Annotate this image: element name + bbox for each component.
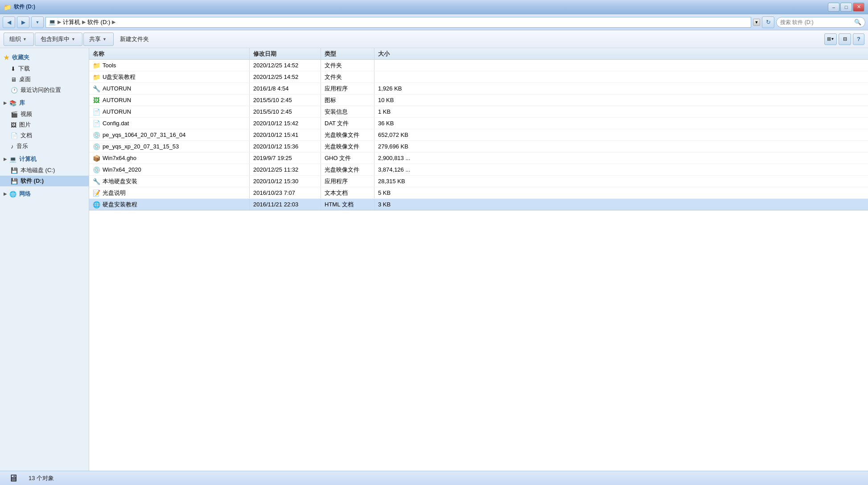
- file-name-text: 硬盘安装教程: [103, 201, 137, 209]
- sidebar-item-desktop[interactable]: 🖥 桌面: [0, 74, 89, 85]
- table-row[interactable]: 📄 Config.dat 2020/10/12 15:42 DAT 文件 36 …: [89, 118, 868, 129]
- table-row[interactable]: 🔧 本地硬盘安装 2020/10/12 15:30 应用程序 28,315 KB: [89, 176, 868, 187]
- sidebar-item-music[interactable]: ♪ 音乐: [0, 141, 89, 152]
- sidebar-item-picture[interactable]: 🖼 图片: [0, 119, 89, 130]
- file-size-cell: 28,315 KB: [374, 176, 428, 187]
- file-type-cell: DAT 文件: [321, 118, 374, 129]
- address-dropdown-button[interactable]: ▼: [753, 19, 760, 26]
- sidebar-item-drive-d[interactable]: 💾 软件 (D:): [0, 176, 89, 186]
- sidebar-document-label: 文档: [21, 132, 32, 140]
- share-button[interactable]: 共享 ▼: [83, 33, 114, 46]
- close-button[interactable]: ✕: [853, 3, 864, 12]
- table-row[interactable]: 📁 U盘安装教程 2020/12/25 14:52 文件夹: [89, 71, 868, 83]
- file-name-cell: 📄 Config.dat: [89, 118, 250, 129]
- table-row[interactable]: 💿 Win7x64_2020 2020/12/25 11:32 光盘映像文件 3…: [89, 164, 868, 176]
- back-button[interactable]: ◀: [3, 16, 15, 28]
- status-bar: 🖥 13 个对象: [0, 471, 868, 485]
- sidebar-video-label: 视频: [21, 110, 32, 118]
- file-name-cell: 🔧 本地硬盘安装: [89, 176, 250, 187]
- include-button[interactable]: 包含到库中 ▼: [35, 33, 82, 46]
- search-box[interactable]: 🔍: [776, 17, 865, 28]
- video-icon: 🎬: [11, 111, 18, 118]
- file-size-cell: [374, 60, 428, 71]
- help-button[interactable]: ?: [853, 33, 864, 45]
- organize-dropdown-icon: ▼: [23, 37, 28, 41]
- table-row[interactable]: 📁 Tools 2020/12/25 14:52 文件夹: [89, 60, 868, 71]
- sidebar-item-document[interactable]: 📄 文档: [0, 130, 89, 141]
- preview-button[interactable]: ⊟: [839, 33, 851, 45]
- file-type-cell: 应用程序: [321, 176, 374, 187]
- sidebar-favorites-label: 收藏夹: [12, 53, 29, 62]
- file-name-text: pe_yqs_1064_20_07_31_16_04: [103, 132, 186, 138]
- maximize-button[interactable]: □: [840, 3, 852, 12]
- sidebar-section-network-header[interactable]: ▶ 🌐 网络: [0, 188, 89, 200]
- sidebar-item-drive-c[interactable]: 💾 本地磁盘 (C:): [0, 165, 89, 176]
- column-size-header[interactable]: 大小: [374, 48, 428, 59]
- new-folder-button[interactable]: 新建文件夹: [115, 33, 154, 46]
- view-options-button[interactable]: ⊞ ▼: [824, 33, 837, 45]
- column-date-header[interactable]: 修改日期: [250, 48, 321, 59]
- table-row[interactable]: 📦 Win7x64.gho 2019/9/7 19:25 GHO 文件 2,90…: [89, 152, 868, 164]
- path-separator-2: ▶: [82, 19, 86, 25]
- sidebar-section-library-header[interactable]: ▶ 📚 库: [0, 97, 89, 109]
- search-icon[interactable]: 🔍: [854, 19, 861, 25]
- file-type-cell: GHO 文件: [321, 152, 374, 164]
- address-path[interactable]: 💻 ▶ 计算机 ▶ 软件 (D:) ▶: [45, 17, 751, 28]
- organize-label: 组织: [9, 35, 21, 43]
- sidebar-item-video[interactable]: 🎬 视频: [0, 109, 89, 119]
- sidebar-item-download[interactable]: ⬇ 下载: [0, 63, 89, 74]
- status-count: 13 个对象: [29, 474, 54, 482]
- file-rows-container: 📁 Tools 2020/12/25 14:52 文件夹 📁 U盘安装教程 20…: [89, 60, 868, 210]
- drive-c-icon: 💾: [11, 167, 18, 174]
- file-name-cell: 📄 AUTORUN: [89, 106, 250, 117]
- file-size-cell: 5 KB: [374, 187, 428, 198]
- desktop-icon: 🖥: [11, 76, 16, 83]
- file-type-cell: 文件夹: [321, 60, 374, 71]
- file-size-cell: 3,874,126 ...: [374, 164, 428, 175]
- file-type-cell: 应用程序: [321, 83, 374, 94]
- sidebar-item-recent[interactable]: 🕐 最近访问的位置: [0, 85, 89, 95]
- sidebar-network-label: 网络: [19, 190, 31, 198]
- column-type-header[interactable]: 类型: [321, 48, 374, 59]
- refresh-button[interactable]: ↻: [762, 16, 774, 28]
- table-row[interactable]: 🖼 AUTORUN 2015/5/10 2:45 图标 10 KB: [89, 95, 868, 106]
- path-icon: 💻: [49, 19, 56, 25]
- table-row[interactable]: 📄 AUTORUN 2015/5/10 2:45 安装信息 1 KB: [89, 106, 868, 118]
- path-part-drive: 软件 (D:): [87, 18, 110, 26]
- sidebar-recent-label: 最近访问的位置: [21, 86, 61, 94]
- table-row[interactable]: 💿 pe_yqs_xp_20_07_31_15_53 2020/10/12 15…: [89, 141, 868, 152]
- table-row[interactable]: 💿 pe_yqs_1064_20_07_31_16_04 2020/10/12 …: [89, 129, 868, 141]
- file-list-area: 名称 修改日期 类型 大小 📁 Tools 2020/12/25 14:52 文…: [89, 48, 868, 471]
- file-type-cell: 文本文档: [321, 187, 374, 198]
- favorites-icon: ★: [4, 54, 9, 61]
- sidebar-section-computer-header[interactable]: ▶ 💻 计算机: [0, 153, 89, 165]
- recent-locations-button[interactable]: ▼: [31, 16, 44, 28]
- title-bar: 📁 软件 (D:) – □ ✕: [0, 0, 868, 14]
- file-type-icon: 🔧: [93, 85, 100, 92]
- include-label: 包含到库中: [41, 35, 70, 43]
- file-date-cell: 2020/12/25 11:32: [250, 164, 321, 175]
- status-app-icon: 🖥: [5, 472, 21, 485]
- path-separator-1: ▶: [58, 19, 61, 25]
- picture-icon: 🖼: [11, 122, 16, 128]
- sidebar-desktop-label: 桌面: [19, 75, 31, 83]
- search-input[interactable]: [780, 19, 852, 25]
- organize-button[interactable]: 组织 ▼: [4, 33, 34, 46]
- view-icon: ⊞: [827, 36, 831, 42]
- minimize-button[interactable]: –: [828, 3, 839, 12]
- file-size-cell: 36 KB: [374, 118, 428, 129]
- sidebar-section-favorites-header[interactable]: ★ 收藏夹: [0, 52, 89, 63]
- file-type-icon: 📦: [93, 155, 100, 162]
- file-type-icon: 🖼: [93, 97, 100, 104]
- table-row[interactable]: 📝 光盘说明 2016/10/23 7:07 文本文档 5 KB: [89, 187, 868, 199]
- share-label: 共享: [89, 35, 101, 43]
- path-part-computer[interactable]: 计算机: [63, 18, 80, 26]
- column-name-header[interactable]: 名称: [89, 48, 250, 59]
- table-row[interactable]: 🌐 硬盘安装教程 2016/11/21 22:03 HTML 文档 3 KB: [89, 199, 868, 210]
- window-controls: – □ ✕: [828, 3, 864, 12]
- file-name-cell: 📁 U盘安装教程: [89, 71, 250, 82]
- file-name-cell: 🌐 硬盘安装教程: [89, 199, 250, 210]
- sidebar: ★ 收藏夹 ⬇ 下载 🖥 桌面 🕐 最近访问的位置 ▶ 📚 库: [0, 48, 89, 471]
- table-row[interactable]: 🔧 AUTORUN 2016/1/8 4:54 应用程序 1,926 KB: [89, 83, 868, 95]
- forward-button[interactable]: ▶: [17, 16, 29, 28]
